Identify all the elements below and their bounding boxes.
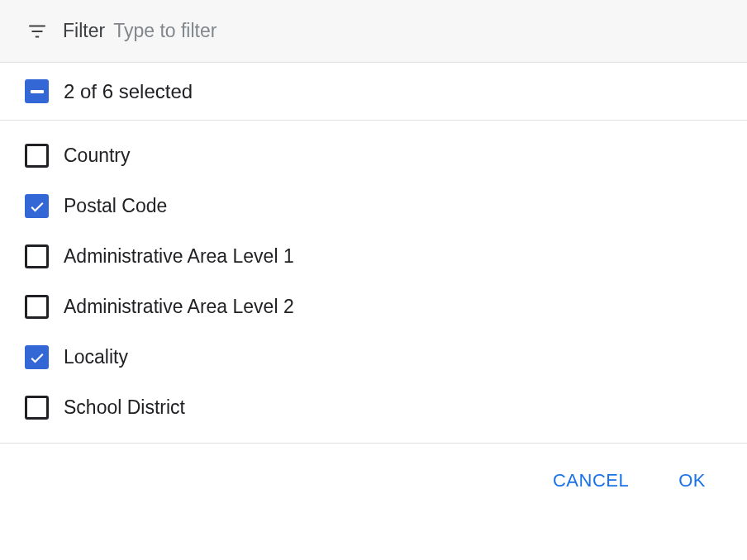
- option-label: Country: [64, 145, 131, 167]
- select-all-row[interactable]: 2 of 6 selected: [0, 63, 747, 121]
- checkbox-postal-code[interactable]: [25, 194, 49, 218]
- checkbox-admin-area-2[interactable]: [25, 295, 49, 319]
- options-list: Country Postal Code Administrative Area …: [0, 121, 747, 444]
- checkbox-admin-area-1[interactable]: [25, 244, 49, 268]
- dialog-actions: CANCEL OK: [0, 444, 747, 518]
- filter-icon: [26, 21, 48, 42]
- option-school-district[interactable]: School District: [0, 382, 747, 433]
- filter-label: Filter: [63, 20, 105, 42]
- option-label: Administrative Area Level 2: [64, 296, 294, 318]
- option-postal-code[interactable]: Postal Code: [0, 181, 747, 231]
- svg-rect-0: [31, 90, 44, 93]
- option-label: Postal Code: [64, 195, 167, 217]
- checkbox-country[interactable]: [25, 144, 49, 168]
- option-label: Administrative Area Level 1: [64, 245, 294, 268]
- option-country[interactable]: Country: [0, 131, 747, 181]
- filter-bar: Filter: [0, 0, 747, 63]
- checkbox-school-district[interactable]: [25, 396, 49, 420]
- select-all-checkbox[interactable]: [25, 79, 49, 103]
- option-label: School District: [64, 396, 185, 419]
- option-admin-area-1[interactable]: Administrative Area Level 1: [0, 231, 747, 282]
- select-all-label: 2 of 6 selected: [64, 80, 193, 103]
- checkbox-locality[interactable]: [25, 345, 49, 369]
- option-label: Locality: [64, 346, 128, 368]
- ok-button[interactable]: OK: [664, 463, 721, 498]
- option-admin-area-2[interactable]: Administrative Area Level 2: [0, 282, 747, 332]
- option-locality[interactable]: Locality: [0, 332, 747, 382]
- cancel-button[interactable]: CANCEL: [538, 463, 644, 498]
- filter-input[interactable]: [113, 20, 721, 42]
